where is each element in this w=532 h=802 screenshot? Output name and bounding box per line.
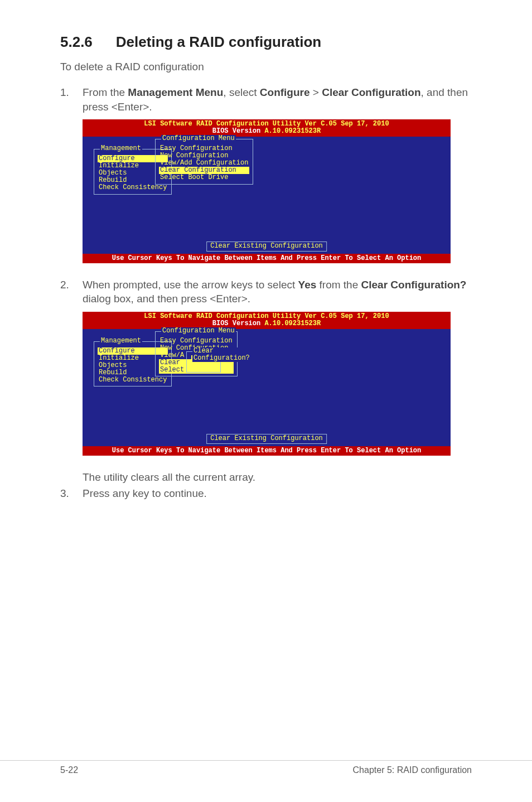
step-body: From the Management Menu, select Configu… [83,85,472,114]
bios-footer-bar: Use Cursor Keys To Navigate Between Item… [83,446,451,456]
menu-item-check-consistency[interactable]: Check Consistency [98,184,168,191]
chapter-label: Chapter 5: RAID configuration [353,765,472,775]
bios-title-line1: LSI Software RAID Configuration Utility … [144,312,389,320]
cfg-item-easy[interactable]: Easy Configuration [159,145,249,152]
clear-configuration-dialog: Clear Configuration? Yes No [186,351,221,373]
intro-text: To delete a RAID configuration [60,61,472,73]
bold: Management Menu [128,86,223,98]
status-text: Clear Existing Configuration [206,241,327,251]
page-number: 5-22 [60,765,78,775]
bios-title-version: A.10.09231523R [264,127,321,135]
section-heading: 5.2.6Deleting a RAID configuration [60,33,472,51]
step-1: 1. From the Management Menu, select Conf… [60,85,472,114]
cfg-item-easy[interactable]: Easy Configuration [159,337,234,345]
menu-title: Configuration Menu [161,135,236,142]
menu-title: Management [100,337,142,345]
step-number: 2. [60,278,83,292]
configuration-menu: Configuration Menu Easy Configuration Ne… [155,139,253,185]
text: dialog box, and then press <Enter>. [83,293,250,305]
bold: Clear Configuration? [361,279,467,291]
text: , select [223,86,259,98]
text: > [310,86,322,98]
bios-screenshot-2: LSI Software RAID Configuration Utility … [83,312,451,456]
status-text: Clear Existing Configuration [206,434,327,443]
step-body: Press any key to continue. [83,486,472,501]
menu-item-check-consistency[interactable]: Check Consistency [98,376,168,384]
bios-screenshot-1: LSI Software RAID Configuration Utility … [83,119,451,263]
step-3: 3. Press any key to continue. [60,486,472,501]
text: From the [83,86,128,98]
bios-footer-bar: Use Cursor Keys To Navigate Between Item… [83,254,451,263]
step-number: 3. [60,486,83,501]
section-number: 5.2.6 [60,33,93,51]
step-number: 1. [60,85,83,100]
step-body: When prompted, use the arrow keys to sel… [83,278,472,306]
bios-title-bar: LSI Software RAID Configuration Utility … [83,312,451,328]
bold: Yes [298,279,317,291]
text: from the [316,279,361,291]
dialog-title: Clear Configuration? [192,347,251,362]
bios-footer-text: Use Cursor Keys To Navigate Between Item… [112,254,422,262]
menu-title: Configuration Menu [161,327,236,335]
page-footer: 5-22 Chapter 5: RAID configuration [0,760,532,775]
option-no[interactable]: No [191,363,206,370]
bios-title-line1: LSI Software RAID Configuration Utility … [144,120,389,128]
bold: Configure [260,86,310,98]
bios-footer-text: Use Cursor Keys To Navigate Between Item… [112,447,422,455]
text: When prompted, use the arrow keys to sel… [83,279,298,291]
bold: Clear Configuration [322,86,420,98]
section-title: Deleting a RAID configuration [116,33,321,50]
cfg-item-bootdrive[interactable]: Select Boot Drive [159,174,249,181]
step-2: 2. When prompted, use the arrow keys to … [60,278,472,306]
menu-title: Management [100,145,142,152]
bios-title-bar: LSI Software RAID Configuration Utility … [83,119,451,136]
bios-title-version: A.10.09231523R [264,320,321,327]
closing-text: The utility clears all the current array… [83,470,472,485]
